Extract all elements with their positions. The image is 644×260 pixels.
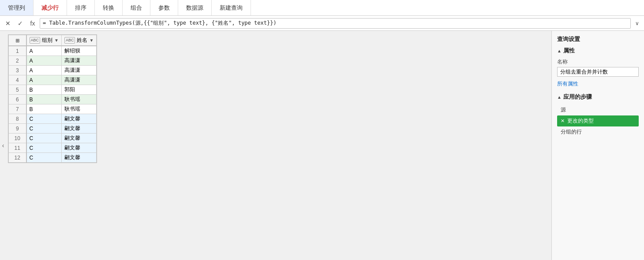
steps-list: 源✕更改的类型分组的行: [557, 104, 639, 137]
cell-name: 高潇潇: [61, 75, 96, 85]
toolbar-params[interactable]: 参数: [150, 0, 178, 15]
row-number: 6: [9, 95, 26, 104]
cell-name: 高潇潇: [61, 56, 96, 66]
col-header-name[interactable]: ABC 姓名 ▼: [61, 35, 96, 46]
cell-group: B: [26, 104, 62, 114]
toolbar: 管理列 减少行 排序 转换 组合 参数 数据源 新建查询: [0, 0, 644, 16]
cell-name: 耿书瑶: [61, 104, 96, 114]
step-label: 分组的行: [561, 128, 582, 136]
formula-bar: ✕ ✓ fx ∨: [0, 16, 644, 31]
table-row: 2A高潇潇: [9, 56, 97, 66]
cell-group: C: [26, 153, 62, 163]
corner-cell: ⊞: [9, 35, 26, 46]
row-number: 2: [9, 56, 26, 66]
cell-name: 翩文馨: [61, 153, 96, 163]
table-row: 11C翩文馨: [9, 143, 97, 153]
table-row: 8C翩文馨: [9, 114, 97, 124]
col-header-group[interactable]: ABC 组别 ▼: [26, 35, 62, 46]
toolbar-datasource[interactable]: 数据源: [178, 0, 212, 15]
cell-group: C: [26, 134, 62, 143]
col-filter-name[interactable]: ▼: [89, 38, 94, 43]
table-row: 7B耿书瑶: [9, 104, 97, 114]
col-type-badge-name: ABC: [64, 37, 75, 44]
row-number: 9: [9, 124, 26, 134]
row-number: 3: [9, 66, 26, 75]
table-row: 3A高潇潇: [9, 66, 97, 75]
cell-name: 翩文馨: [61, 124, 96, 134]
row-number: 12: [9, 153, 26, 163]
right-panel: 查询设置 ▲ 属性 名称 所有属性 ▲ 应用的步骤 源✕更改的类型分组的行: [551, 31, 644, 260]
step-item-grouped-rows[interactable]: 分组的行: [557, 126, 639, 137]
col-label-name: 姓名: [77, 37, 87, 44]
steps-triangle: ▲: [557, 95, 562, 100]
cell-name: 翩文馨: [61, 114, 96, 124]
row-number: 1: [9, 46, 26, 56]
data-table-wrapper: ⊞ ABC 组别 ▼ ABC 姓名: [8, 34, 97, 163]
cell-group: A: [26, 66, 62, 75]
col-filter-group[interactable]: ▼: [54, 38, 59, 43]
grid-area: ‹ ⊞ ABC 组别 ▼: [0, 31, 551, 260]
applied-steps-title: ▲ 应用的步骤: [557, 93, 639, 101]
cell-group: A: [26, 75, 62, 85]
table-row: 5B郭阳: [9, 85, 97, 95]
table-row: 1A解绍狈: [9, 46, 97, 56]
row-number: 5: [9, 85, 26, 95]
cell-name: 解绍狈: [61, 46, 96, 56]
name-input[interactable]: [557, 67, 639, 77]
cell-group: A: [26, 56, 62, 66]
table-row: 6B耿书瑶: [9, 95, 97, 104]
step-delete-icon[interactable]: ✕: [561, 118, 565, 124]
toolbar-manage-cols[interactable]: 管理列: [0, 0, 34, 15]
table-row: 10C翩文馨: [9, 134, 97, 143]
toolbar-sort[interactable]: 排序: [67, 0, 95, 15]
formula-cancel-btn[interactable]: ✕: [3, 18, 13, 29]
step-label: 源: [561, 106, 566, 114]
table-row: 4A高潇潇: [9, 75, 97, 85]
cell-group: A: [26, 46, 62, 56]
cell-name: 翩文馨: [61, 134, 96, 143]
step-item-source[interactable]: 源: [557, 104, 639, 115]
cell-name: 郭阳: [61, 85, 96, 95]
row-number: 4: [9, 75, 26, 85]
cell-name: 耿书瑶: [61, 95, 96, 104]
cell-group: C: [26, 124, 62, 134]
all-properties-link[interactable]: 所有属性: [557, 80, 639, 88]
row-number: 10: [9, 134, 26, 143]
formula-fx-btn[interactable]: fx: [27, 18, 38, 29]
toolbar-combine[interactable]: 组合: [123, 0, 150, 15]
col-type-badge-group: ABC: [30, 37, 41, 44]
cell-group: B: [26, 85, 62, 95]
data-table: ⊞ ABC 组别 ▼ ABC 姓名: [8, 35, 97, 163]
toolbar-transform[interactable]: 转换: [95, 0, 123, 15]
properties-section-title: ▲ 属性: [557, 47, 639, 55]
name-label: 名称: [557, 58, 639, 66]
table-row: 12C翩文馨: [9, 153, 97, 163]
step-label: 更改的类型: [567, 117, 594, 125]
toolbar-reduce-rows[interactable]: 减少行: [34, 0, 67, 15]
row-number: 7: [9, 104, 26, 114]
cell-group: C: [26, 143, 62, 153]
step-item-changed-type[interactable]: ✕更改的类型: [557, 115, 639, 126]
formula-input[interactable]: [40, 18, 631, 29]
cell-group: C: [26, 114, 62, 124]
cell-name: 翩文馨: [61, 143, 96, 153]
formula-confirm-btn[interactable]: ✓: [15, 18, 26, 29]
nav-left-arrow[interactable]: ‹: [0, 139, 6, 152]
row-number: 11: [9, 143, 26, 153]
cell-name: 高潇潇: [61, 66, 96, 75]
panel-title: 查询设置: [557, 35, 639, 43]
cell-group: B: [26, 95, 62, 104]
toolbar-new-query[interactable]: 新建查询: [212, 0, 251, 15]
table-row: 9C翩文馨: [9, 124, 97, 134]
formula-expand-btn[interactable]: ∨: [633, 18, 641, 29]
main-content: ‹ ⊞ ABC 组别 ▼: [0, 31, 644, 260]
col-label-group: 组别: [42, 37, 52, 44]
row-number: 8: [9, 114, 26, 124]
properties-triangle: ▲: [557, 48, 562, 53]
